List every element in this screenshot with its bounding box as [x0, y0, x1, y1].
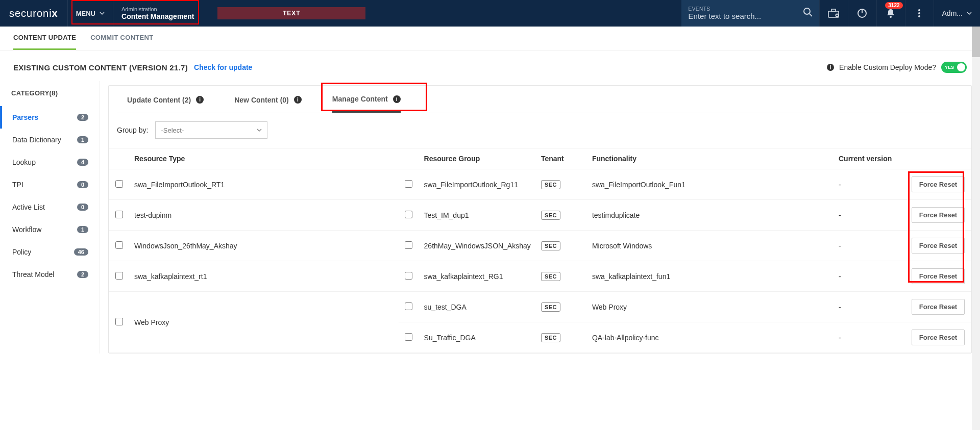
cell-resource-group: swa_kafkaplaintext_RG1 [419, 261, 536, 292]
more-icon[interactable] [905, 0, 934, 27]
info-icon[interactable]: i [294, 96, 302, 104]
search-input[interactable]: EVENTS Enter text to search... [681, 0, 819, 27]
col-resource-type: Resource Type [129, 148, 399, 169]
chevron-down-icon [257, 128, 262, 133]
inner-tab-label: Update Content (2) [127, 96, 191, 104]
inner-tab-label: Manage Content [332, 95, 388, 103]
tenant-badge: SEC [541, 241, 560, 250]
cell-resource-type: swa_FileImportOutlook_RT1 [129, 169, 399, 200]
cell-version: - [834, 292, 905, 322]
cell-resource-type: test-dupinm [129, 200, 399, 231]
row-checkbox[interactable] [115, 211, 123, 218]
cell-version: - [834, 261, 905, 292]
table-row: swa_FileImportOutlook_RT1 swa_FileImport… [109, 169, 971, 200]
cell-resource-group: Test_IM_dup1 [419, 200, 536, 231]
sidebar-item-workflow[interactable]: Workflow 1 [0, 218, 100, 241]
rg-checkbox[interactable] [405, 302, 412, 310]
sidebar-item-parsers[interactable]: Parsers 2 [0, 106, 100, 129]
row-checkbox[interactable] [115, 318, 123, 325]
svg-rect-3 [831, 9, 836, 11]
sidebar-item-tpi[interactable]: TPI 0 [0, 173, 100, 196]
deploy-mode-label: Enable Custom Deploy Mode? [839, 63, 936, 71]
count-badge: 0 [77, 181, 88, 188]
row-checkbox[interactable] [115, 272, 123, 280]
power-icon[interactable] [848, 0, 876, 27]
rg-checkbox[interactable] [405, 333, 412, 341]
sidebar-item-policy[interactable]: Policy 46 [0, 241, 100, 263]
cell-version: - [834, 322, 905, 353]
cell-version: - [834, 231, 905, 261]
sidebar-item-data-dictionary[interactable]: Data Dictionary 1 [0, 129, 100, 151]
info-icon[interactable]: i [827, 64, 834, 71]
tenant-badge: SEC [541, 272, 560, 281]
breadcrumb-category: Administration [121, 6, 194, 12]
cell-resource-type: WindowsJson_26thMay_Akshay [129, 231, 399, 261]
content-table: Resource Type Resource Group Tenant Func… [109, 148, 971, 353]
cell-functionality: swa_kafkaplaintext_fun1 [587, 261, 834, 292]
menu-button[interactable]: MENU [67, 0, 113, 27]
inner-tab-new-content[interactable]: New Content (0) i [234, 95, 302, 113]
sidebar-item-active-list[interactable]: Active List 0 [0, 196, 100, 218]
sidebar-item-lookup[interactable]: Lookup 4 [0, 151, 100, 173]
info-icon[interactable]: i [196, 96, 204, 104]
groupby-select[interactable]: -Select- [155, 121, 267, 139]
force-reset-button[interactable]: Force Reset [912, 238, 965, 254]
tenant-badge: SEC [541, 333, 560, 342]
cell-version: - [834, 200, 905, 231]
sidebar-item-label: Active List [12, 203, 45, 211]
count-badge: 46 [74, 248, 88, 256]
title-row: EXISTING CUSTOM CONTENT (VERSION 21.7) C… [0, 50, 980, 78]
force-reset-button[interactable]: Force Reset [912, 176, 965, 192]
force-reset-button[interactable]: Force Reset [912, 299, 965, 315]
tab-commit-content[interactable]: COMMIT CONTENT [90, 34, 153, 50]
check-update-link[interactable]: Check for update [194, 63, 252, 71]
rg-checkbox[interactable] [405, 272, 412, 280]
cell-functionality: testimduplicate [587, 200, 834, 231]
table-row: test-dupinm Test_IM_dup1 SEC testimdupli… [109, 200, 971, 231]
tab-content-update[interactable]: CONTENT UPDATE [13, 34, 76, 50]
deploy-mode-toggle[interactable]: YES [941, 62, 967, 73]
sidebar-item-threat-model[interactable]: Threat Model 2 [0, 263, 100, 286]
search-label: EVENTS [689, 6, 812, 12]
force-reset-button[interactable]: Force Reset [912, 268, 965, 284]
svg-point-8 [890, 16, 892, 18]
cell-functionality: Microsoft Windows [587, 231, 834, 261]
row-checkbox[interactable] [115, 180, 123, 188]
rg-checkbox[interactable] [405, 211, 412, 218]
col-tenant: Tenant [536, 148, 587, 169]
svg-point-0 [804, 8, 810, 14]
sidebar-item-label: Parsers [12, 113, 38, 121]
sidebar-item-label: Workflow [12, 225, 41, 234]
force-reset-button[interactable]: Force Reset [912, 330, 965, 345]
inner-tab-update-content[interactable]: Update Content (2) i [127, 95, 204, 113]
col-functionality: Functionality [587, 148, 834, 169]
svg-text:+: + [836, 14, 838, 17]
table-row: Web Proxy su_test_DGA SEC Web Proxy - Fo… [109, 292, 971, 322]
user-menu[interactable]: Adm... [934, 0, 980, 27]
table-row: swa_kafkaplaintext_rt1 swa_kafkaplaintex… [109, 261, 971, 292]
info-icon[interactable]: i [393, 95, 401, 103]
rg-checkbox[interactable] [405, 241, 412, 249]
sidebar-heading: CATEGORY(8) [0, 81, 100, 106]
top-tabs: CONTENT UPDATE COMMIT CONTENT [0, 27, 980, 50]
logo-text: securoni [9, 8, 52, 19]
inner-tab-label: New Content (0) [234, 96, 289, 104]
toolbox-icon[interactable]: + [819, 0, 848, 27]
bell-icon[interactable]: 3122 [876, 0, 905, 27]
scrollbar-thumb[interactable] [972, 27, 980, 57]
scrollbar[interactable] [972, 27, 980, 353]
select-placeholder: -Select- [161, 127, 184, 134]
row-checkbox[interactable] [115, 241, 123, 249]
rg-checkbox[interactable] [405, 180, 412, 188]
inner-tabs: Update Content (2) i New Content (0) i M… [117, 86, 963, 113]
count-badge: 2 [77, 271, 88, 278]
count-badge: 1 [77, 136, 88, 143]
inner-tab-manage-content[interactable]: Manage Content i [332, 95, 401, 113]
cell-resource-group: 26thMay_WindowsJSON_Akshay [419, 231, 536, 261]
col-resource-group: Resource Group [419, 148, 536, 169]
chevron-down-icon [100, 11, 105, 16]
search-icon[interactable] [803, 7, 813, 17]
toggle-knob [957, 63, 965, 71]
logo: securonix [0, 0, 67, 27]
force-reset-button[interactable]: Force Reset [912, 207, 965, 223]
